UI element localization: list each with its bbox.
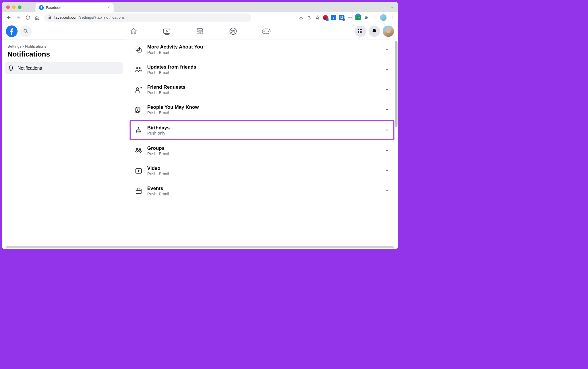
chrome-menu-icon[interactable] [389,15,395,20]
row-updates-friends[interactable]: Updates from friends Push, Email [131,59,393,79]
svg-point-29 [140,148,141,149]
facebook-header-right [355,26,394,37]
row-sub: Push only [147,131,380,135]
svg-point-23 [140,67,141,69]
row-birthdays[interactable]: Birthdays Push only [130,120,394,140]
settings-main: More Activity About You Push, Email Upda… [126,39,398,249]
extension-green-icon[interactable]: 1.00 [355,15,361,20]
forward-button[interactable] [14,13,22,21]
row-sub: Push, Email [147,90,380,95]
extension-glasses-icon[interactable]: 👓 [347,15,353,20]
home-button[interactable] [33,13,41,21]
people-cards-icon [135,106,142,114]
row-video[interactable]: Video Push, Email [131,161,393,181]
sidebar-item-notifications[interactable]: Notifications [5,62,123,74]
svg-point-3 [392,18,392,19]
settings-sidebar: Settings › Notifications Notifications N… [2,39,126,249]
nav-gaming-icon[interactable] [262,26,271,36]
svg-point-4 [24,29,27,32]
nav-marketplace-icon[interactable] [195,26,205,36]
share-icon[interactable] [307,15,312,20]
row-title: Birthdays [147,125,380,131]
row-title: Groups [147,145,380,151]
menu-grid-button[interactable] [355,26,366,37]
svg-rect-5 [163,29,170,34]
svg-point-1 [392,16,392,17]
sidebar-item-label: Notifications [18,65,42,71]
breadcrumb: Settings › Notifications [5,43,123,49]
extensions-puzzle-icon[interactable] [363,15,369,20]
page-content: Settings › Notifications Notifications N… [2,39,398,249]
row-title: People You May Know [147,104,380,110]
tab-overflow-icon[interactable] [390,5,394,10]
page-title: Notifications [5,49,123,62]
svg-point-11 [358,29,359,30]
row-title: Events [147,186,380,191]
row-sub: Push, Email [147,110,380,115]
row-title: Updates from friends [147,64,380,70]
chevron-down-icon [385,127,389,133]
chevron-down-icon [385,87,389,92]
row-people-you-may-know[interactable]: People You May Know Push, Email [131,100,393,120]
video-icon [135,167,142,175]
row-sub: Push, Email [147,50,380,55]
reload-button[interactable] [24,13,32,21]
row-sub: Push, Email [147,152,380,156]
svg-rect-32 [136,189,141,193]
row-more-activity[interactable]: More Activity About You Push, Email [131,39,393,59]
nav-groups-icon[interactable] [228,26,238,36]
minimize-window-button[interactable] [12,5,16,9]
row-title: More Activity About You [147,44,380,50]
svg-point-7 [231,30,233,31]
close-window-button[interactable] [6,5,10,9]
maximize-window-button[interactable] [18,5,22,9]
friend-request-icon [135,86,142,94]
facebook-nav [129,26,271,36]
back-button[interactable] [5,13,13,21]
calendar-icon [135,187,142,195]
nav-home-icon[interactable] [129,26,138,36]
row-groups[interactable]: Groups Push, Email [131,141,393,161]
notifications-bell-button[interactable] [369,26,380,37]
horizontal-scrollbar[interactable] [6,246,394,248]
nav-watch-icon[interactable] [162,26,172,36]
activity-icon [135,46,142,53]
browser-tab[interactable]: Facebook [36,3,114,12]
svg-point-2 [392,17,392,18]
facebook-logo-icon[interactable] [6,25,18,37]
bell-icon [8,65,14,71]
svg-point-14 [358,31,359,32]
row-events[interactable]: Events Push, Email [131,181,393,201]
new-tab-button[interactable]: + [117,4,120,10]
chevron-down-icon [385,47,389,52]
svg-point-10 [268,31,269,32]
browser-titlebar: Facebook + [2,2,398,12]
row-friend-requests[interactable]: Friend Requests Push, Email [131,79,393,100]
groups-icon [135,147,142,155]
row-sub: Push, Email [147,172,380,176]
svg-point-28 [136,148,138,149]
row-title: Video [147,166,380,171]
extension-opera-icon[interactable] [323,15,328,20]
svg-point-13 [361,29,362,30]
row-sub: Push, Email [147,70,380,75]
address-bar[interactable]: facebook.com/settings/?tab=notifications [44,13,251,22]
chevron-down-icon [385,148,389,154]
friends-icon [135,66,142,73]
svg-point-24 [136,88,139,90]
chevron-down-icon [385,67,389,72]
chevron-down-icon [385,168,389,174]
account-avatar[interactable] [383,26,394,37]
chrome-profile-avatar[interactable] [380,14,386,21]
facebook-search-button[interactable] [20,25,32,37]
bookmark-star-icon[interactable] [315,15,320,20]
download-icon[interactable] [298,15,304,20]
side-panel-icon[interactable] [372,15,377,20]
chevron-down-icon [385,107,389,112]
tab-close-icon[interactable] [107,6,110,9]
browser-window: Facebook + facebook.com/settin [2,2,398,249]
extension-bookmark-icon[interactable] [339,15,344,20]
extension-blue-d-icon[interactable]: d [331,15,336,20]
svg-point-22 [136,67,138,69]
vertical-scrollbar[interactable] [395,41,398,127]
